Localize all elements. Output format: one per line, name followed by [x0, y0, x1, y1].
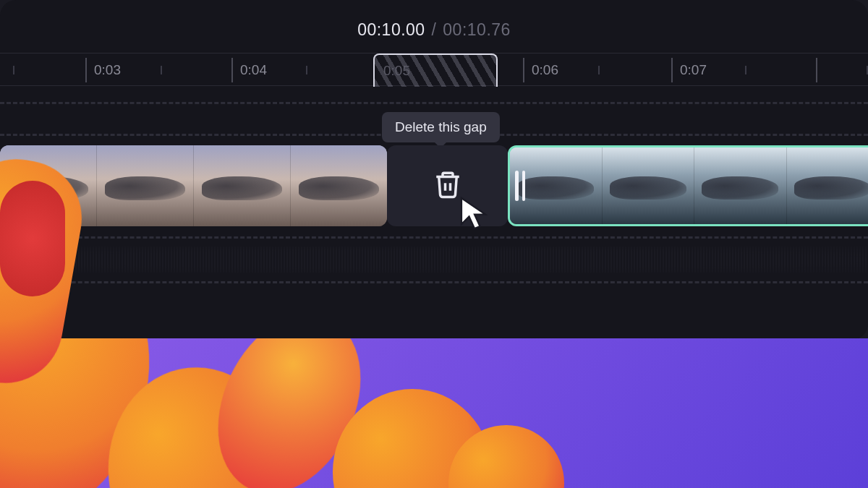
current-time: 00:10.00 — [357, 20, 425, 39]
ruler-label: 0:03 — [94, 62, 121, 78]
ruler-tick-major: 0:03 — [85, 53, 121, 87]
ruler-tick-minor — [745, 66, 746, 74]
clip-drag-handle[interactable] — [515, 166, 525, 206]
track-divider — [0, 281, 868, 283]
mouse-cursor-icon — [457, 196, 492, 234]
ruler-tick-major — [816, 53, 825, 87]
clip-thumbnail — [787, 147, 869, 224]
ruler-tick-major: 0:04 — [231, 53, 267, 87]
ruler-tick-minor — [598, 66, 600, 74]
clip-thumbnail — [291, 145, 387, 226]
timeline-editor: 00:10.00 / 00:10.76 0:03 0:04 0:05 0:06 … — [0, 0, 868, 340]
ruler-label: 0:07 — [680, 62, 707, 78]
total-time: 00:10.76 — [443, 20, 511, 39]
ruler-tick-major: 0:07 — [671, 53, 707, 87]
clip-thumbnail — [194, 145, 291, 226]
video-clip-selected[interactable] — [508, 145, 868, 226]
audio-waveform[interactable] — [0, 247, 868, 273]
ruler-tick-minor — [161, 66, 162, 74]
ruler-tick-minor — [306, 66, 307, 74]
video-track[interactable] — [0, 145, 868, 226]
timeline-ruler[interactable]: 0:03 0:04 0:05 0:06 0:07 — [0, 53, 868, 86]
ruler-tick-minor — [13, 66, 14, 74]
timecode-display: 00:10.00 / 00:10.76 — [0, 0, 868, 40]
ruler-label: 0:06 — [532, 62, 558, 78]
ruler-label: 0:04 — [240, 62, 267, 78]
timecode-separator: / — [432, 20, 437, 39]
clip-thumbnail — [694, 147, 787, 224]
delete-gap-tooltip: Delete this gap — [382, 112, 500, 142]
decorative-overlay — [0, 166, 116, 383]
grip-bar — [515, 171, 519, 201]
tooltip-text: Delete this gap — [395, 119, 487, 134]
selection-time-label: 0:05 — [383, 63, 410, 79]
ruler-tick-major: 0:06 — [523, 53, 558, 87]
tracks-area: Delete this gap — [0, 102, 868, 304]
clip-thumbnail — [603, 147, 695, 224]
ruler-selection[interactable]: 0:05 — [373, 53, 498, 87]
track-divider — [0, 102, 868, 104]
promo-banner — [0, 338, 868, 488]
grip-bar — [522, 171, 526, 201]
track-divider — [0, 236, 868, 239]
